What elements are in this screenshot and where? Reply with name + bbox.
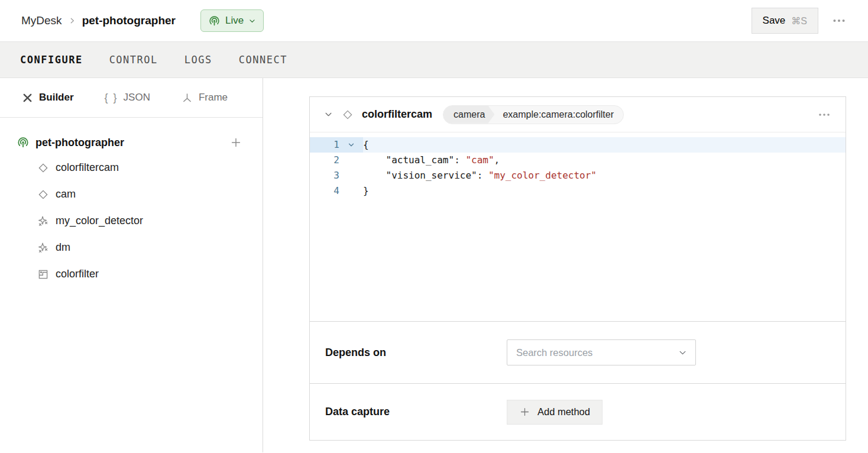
tab-bar: CONFIGURECONTROLLOGSCONNECT [0,41,868,78]
depends-on-placeholder: Search resources [516,347,678,358]
editor-line-4: 4} [310,183,846,199]
save-button[interactable]: Save ⌘S [752,8,818,34]
view-mode-label: Builder [39,92,74,103]
line-content: } [363,183,369,199]
content-area: Builder{ }JSONFrame pet-photographer col… [0,78,868,452]
more-options-button[interactable] [831,13,847,28]
line-number: 3 [310,168,339,183]
tab-configure[interactable]: CONFIGURE [20,54,83,66]
tab-control[interactable]: CONTROL [109,54,158,66]
data-capture-label: Data capture [325,406,507,418]
plus-icon [519,406,530,418]
depends-on-label: Depends on [325,347,507,359]
card-more-options-button[interactable] [817,108,831,122]
service-sparkles-icon [37,241,50,254]
sidebar: Builder{ }JSONFrame pet-photographer col… [0,78,263,452]
view-mode-json[interactable]: { }JSON [105,92,150,104]
line-content: { [363,137,369,153]
line-number: 2 [310,153,339,168]
editor-line-1: 1{ [310,137,846,153]
tree-item-label: colorfilter [56,268,99,280]
depends-on-select[interactable]: Search resources [507,339,696,365]
resource-type-badge: camera example:camera:colorfilter [443,105,624,124]
json-braces-icon: { } [105,92,118,104]
module-icon [37,268,50,281]
chevron-right-icon [68,17,76,25]
kebab-menu-icon [817,108,831,122]
component-diamond-icon [37,188,50,201]
view-mode-builder[interactable]: Builder [21,92,74,104]
machine-tree-root[interactable]: pet-photographer [0,131,263,154]
add-method-label: Add method [537,406,590,418]
resource-title: colorfiltercam [362,108,432,121]
kebab-menu-icon [831,13,847,28]
tree-item-label: my_color_detector [56,215,143,227]
machine-name: pet-photographer [35,137,124,149]
data-capture-section: Data capture Add method [310,384,846,440]
tree-item-label: dm [56,241,70,254]
chevron-down-icon [248,17,256,25]
tree-item-colorfiltercam[interactable]: colorfiltercam [0,154,263,181]
main-panel: colorfiltercam camera example:camera:col… [263,78,868,452]
collapse-card-button[interactable] [324,110,333,119]
machine-live-icon [208,15,221,27]
top-bar: MyDesk pet-photographer Live Save ⌘S [0,0,868,41]
machine-live-icon [17,136,30,149]
tab-logs[interactable]: LOGS [184,54,212,66]
topbar-actions: Save ⌘S [752,0,847,41]
component-diamond-icon [37,161,50,174]
view-mode-toggle: Builder{ }JSONFrame [0,78,263,118]
live-status-label: Live [225,15,244,27]
chevron-down-icon [324,110,333,119]
resource-card: colorfiltercam camera example:camera:col… [309,96,846,441]
component-diamond-icon [341,108,354,121]
breadcrumb: MyDesk pet-photographer [21,14,176,27]
add-method-button[interactable]: Add method [507,400,603,425]
tree-item-my_color_detector[interactable]: my_color_detector [0,208,263,234]
live-status-button[interactable]: Live [200,9,264,32]
frame-axes-icon [181,92,193,104]
tree-item-label: cam [56,188,76,200]
view-mode-label: JSON [124,92,150,103]
editor-line-2: 2 "actual_cam": "cam", [310,153,846,168]
builder-tools-icon [21,92,34,104]
plus-icon [229,136,242,149]
save-shortcut-hint: ⌘S [791,15,807,27]
tree-item-colorfilter[interactable]: colorfilter [0,261,263,287]
breadcrumb-location[interactable]: MyDesk [21,14,62,27]
add-resource-button[interactable] [229,136,242,149]
resource-card-header: colorfiltercam camera example:camera:col… [310,97,846,132]
breadcrumb-machine-name: pet-photographer [82,14,176,27]
fold-gutter [339,153,363,168]
editor-line-3: 3 "vision_service": "my_color_detector" [310,168,846,183]
tree-item-dm[interactable]: dm [0,234,263,261]
fold-gutter [339,183,363,199]
machine-tree: pet-photographer colorfiltercamcammy_col… [0,118,263,287]
view-mode-frame[interactable]: Frame [181,92,228,104]
resource-model: example:camera:colorfilter [494,109,623,120]
line-number: 4 [310,183,339,199]
line-content: "actual_cam": "cam", [363,153,500,168]
fold-chevron-icon[interactable] [339,137,363,153]
machine-tree-items: colorfiltercamcammy_color_detectordmcolo… [0,154,263,287]
view-mode-label: Frame [199,92,228,103]
fold-gutter [339,168,363,183]
line-content: "vision_service": "my_color_detector" [363,168,597,183]
json-attributes-editor[interactable]: 1{2 "actual_cam": "cam",3 "vision_servic… [310,132,846,322]
line-number: 1 [310,137,339,153]
tab-connect[interactable]: CONNECT [239,54,287,66]
tree-item-cam[interactable]: cam [0,181,263,208]
service-sparkles-icon [37,215,50,228]
tree-item-label: colorfiltercam [56,161,119,174]
save-button-label: Save [763,15,786,27]
resource-type: camera [443,106,494,124]
depends-on-section: Depends on Search resources [310,322,846,384]
chevron-down-icon [678,348,687,357]
app-root: MyDesk pet-photographer Live Save ⌘S CON [0,0,868,452]
